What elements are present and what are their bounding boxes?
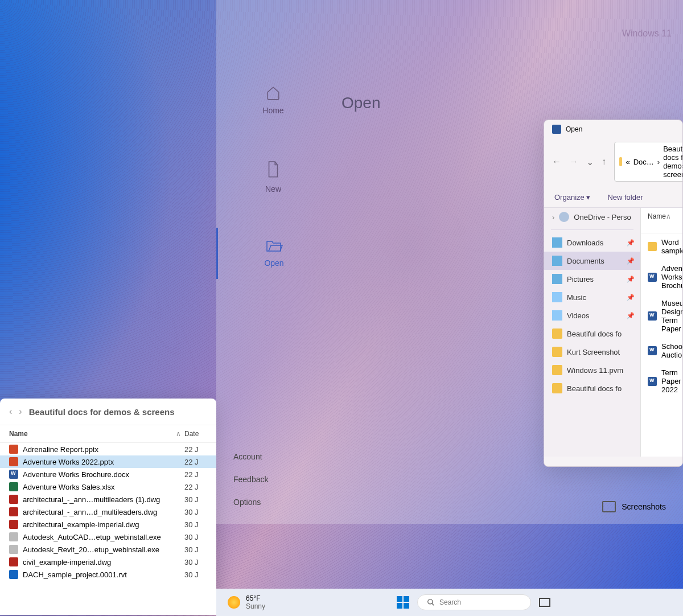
tree-item[interactable]: Documents📌	[544, 252, 640, 270]
nav-options[interactable]: Options	[233, 498, 268, 507]
file-list[interactable]: Name ∧ Date modified Word samples 6/22/2…	[641, 208, 682, 457]
tree-folder-icon	[559, 212, 569, 222]
file-row[interactable]: Word samples 6/22/2023 10:56	[641, 233, 682, 260]
tree-label: Windows 11.pvm	[567, 366, 623, 375]
tree-folder-icon	[552, 274, 562, 284]
tree-item[interactable]: Beautiful docs fo	[544, 379, 640, 397]
tree-item[interactable]: Downloads📌	[544, 233, 640, 252]
recent-location[interactable]: Screenshots	[602, 501, 666, 512]
tree-label: Music	[567, 293, 586, 302]
file-type-icon	[9, 545, 18, 554]
nav-up-icon[interactable]: ↑	[602, 157, 606, 167]
file-type-icon	[9, 532, 18, 541]
pin-icon[interactable]: 📌	[627, 312, 635, 319]
file-row[interactable]: architectural_example-imperial.dwg 30 J	[0, 518, 216, 531]
back-arrow-icon[interactable]: ‹	[9, 406, 12, 417]
tree-item[interactable]: Kurt Screenshot	[544, 343, 640, 361]
file-name: Adventure Works Sales.xlsx	[23, 483, 180, 491]
nav-forward-icon[interactable]: →	[569, 157, 578, 167]
nav-open[interactable]: Open	[216, 228, 330, 279]
tree-item[interactable]: Windows 11.pvm	[544, 361, 640, 379]
nav-tree[interactable]: › OneDrive - Perso Downloads📌 Documents📌…	[544, 208, 641, 457]
tree-folder-icon	[552, 256, 562, 266]
file-date: 30 J	[184, 558, 207, 566]
file-row[interactable]: Autodesk_Revit_20…etup_webinstall.exe 30…	[0, 543, 216, 556]
word-backstage: Home New Open Account Feedback Options O…	[216, 0, 683, 524]
file-date: 30 J	[184, 520, 207, 529]
nav-back-icon[interactable]: ←	[552, 157, 561, 167]
start-button[interactable]	[397, 596, 409, 609]
nav-account[interactable]: Account	[233, 452, 268, 461]
sun-icon	[228, 596, 240, 609]
file-row[interactable]: civil_example-imperial.dwg 30 J	[0, 556, 216, 568]
tree-item[interactable]: Beautiful docs fo	[544, 325, 640, 343]
nav-feedback[interactable]: Feedback	[233, 475, 268, 484]
file-type-icon	[9, 507, 18, 516]
organize-menu[interactable]: Organize ▾	[554, 193, 590, 202]
tree-item[interactable]: Music📌	[544, 288, 640, 306]
pin-icon[interactable]: 📌	[627, 239, 635, 247]
file-date: 30 J	[184, 508, 207, 516]
sort-asc-icon[interactable]: ∧	[172, 430, 184, 438]
file-row[interactable]: Adventure Works Brochure 6/22/2023 12:52	[641, 260, 682, 294]
search-box[interactable]: Search	[417, 594, 531, 610]
explorer-window-background[interactable]: ‹ › Beautiful docs for demos & screens N…	[0, 399, 216, 615]
svg-point-0	[428, 599, 433, 604]
file-row[interactable]: DACH_sample_project.0001.rvt 30 J	[0, 568, 216, 581]
column-name[interactable]: Name	[648, 212, 666, 228]
file-type-icon	[9, 445, 18, 454]
sort-indicator-icon: ∧	[666, 212, 682, 228]
file-row[interactable]: architectural_-_ann…d_multileaders.dwg 3…	[0, 506, 216, 518]
file-row[interactable]: School Auction 6/22/2023 12:52	[641, 338, 682, 364]
pin-icon[interactable]: 📌	[627, 257, 635, 265]
taskbar[interactable]: 65°F Sunny Search	[216, 589, 683, 616]
pin-icon[interactable]: 📌	[627, 276, 635, 283]
tree-folder-icon	[552, 237, 562, 248]
file-type-icon	[648, 377, 657, 386]
expand-icon[interactable]: ›	[552, 213, 554, 221]
tree-item[interactable]: Pictures📌	[544, 270, 640, 288]
folder-outline-icon	[602, 501, 616, 512]
file-type-icon	[9, 470, 18, 479]
tree-label: Documents	[567, 257, 604, 265]
file-row[interactable]: architectural_-_ann…multileaders (1).dwg…	[0, 493, 216, 506]
tree-label: Beautiful docs fo	[567, 384, 622, 393]
file-row[interactable]: Museum Design Term Paper 6/22/2023 12:52	[641, 294, 682, 338]
file-row[interactable]: Term Paper 2022 6/22/2023 12:52	[641, 364, 682, 399]
open-dialog[interactable]: Open ← → ⌄ ↑ « Doc… › Beautiful docs for…	[544, 120, 683, 467]
file-row[interactable]: Adventure Works Sales.xlsx 22 J	[0, 481, 216, 493]
file-type-icon	[648, 273, 657, 282]
file-row[interactable]: Adventure Works Brochure.docx 22 J	[0, 468, 216, 481]
file-row[interactable]: Adrenaline Report.pptx 22 J	[0, 443, 216, 455]
tree-label: Downloads	[567, 239, 603, 247]
column-date[interactable]: Date	[184, 430, 207, 438]
weather-widget[interactable]: 65°F Sunny	[228, 594, 265, 610]
dialog-title: Open	[566, 125, 582, 133]
tree-label: Kurt Screenshot	[567, 348, 620, 356]
file-type-icon	[648, 311, 657, 321]
filename-label: File name:	[552, 465, 573, 467]
filename-input[interactable]	[578, 466, 682, 467]
file-date: 22 J	[184, 458, 207, 466]
word-app-icon	[552, 125, 561, 134]
task-view-button[interactable]	[539, 598, 550, 607]
tree-item[interactable]: › OneDrive - Perso	[544, 208, 640, 226]
nav-new[interactable]: New	[216, 149, 330, 205]
file-type-icon	[9, 482, 18, 491]
new-folder-button[interactable]: New folder	[607, 193, 643, 202]
pin-icon[interactable]: 📌	[627, 294, 635, 301]
folder-icon	[619, 157, 622, 166]
file-row[interactable]: Autodesk_AutoCAD…etup_webinstall.exe 30 …	[0, 531, 216, 543]
address-bar[interactable]: « Doc… › Beautiful docs for demos & scre…	[614, 142, 683, 182]
breadcrumb[interactable]: Beautiful docs for demos & screens	[29, 407, 175, 417]
forward-arrow-icon[interactable]: ›	[19, 406, 22, 417]
file-date: 30 J	[184, 545, 207, 554]
file-row[interactable]: Adventure Works 2022.pptx 22 J	[0, 455, 216, 468]
file-name: Adventure Works Brochure.docx	[23, 470, 180, 479]
nav-home[interactable]: Home	[216, 74, 330, 126]
file-type-icon	[9, 457, 18, 466]
tree-item[interactable]: Videos📌	[544, 306, 640, 325]
column-name[interactable]: Name	[9, 430, 172, 438]
tree-folder-icon	[552, 365, 562, 375]
nav-recent-icon[interactable]: ⌄	[586, 157, 594, 167]
